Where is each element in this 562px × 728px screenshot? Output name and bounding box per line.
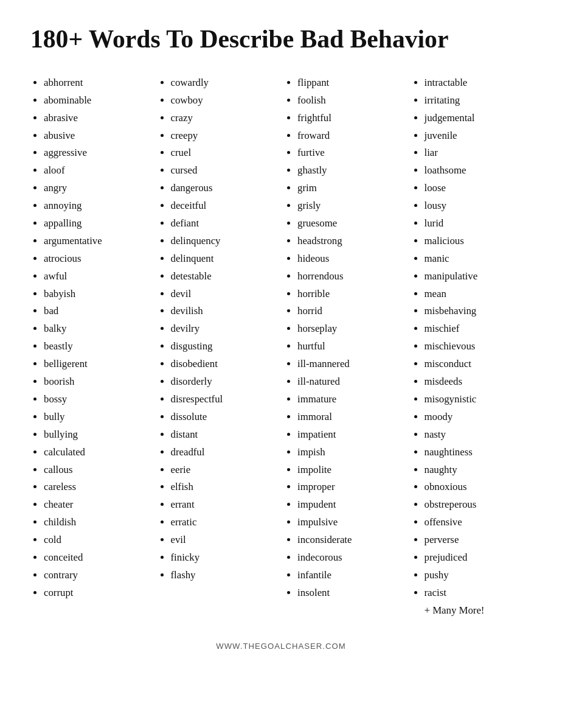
list-item: devilry (171, 320, 279, 338)
list-item: lurid (425, 215, 532, 233)
list-item: froward (297, 127, 405, 145)
word-column-2: cowardlycowboycrazycreepycruelcurseddang… (158, 74, 279, 584)
list-item: angry (44, 180, 151, 197)
list-item: cold (44, 531, 151, 549)
more-label: + Many More! (411, 602, 532, 620)
list-item: misogynistic (425, 391, 532, 408)
list-item: beastly (44, 338, 151, 355)
list-item: horrendous (297, 268, 405, 285)
list-item: impish (297, 444, 405, 461)
word-column-3: flippantfoolishfrightfulfrowardfurtivegh… (284, 74, 405, 602)
list-item: cruel (171, 144, 279, 162)
list-item: cheater (44, 496, 151, 514)
word-column-4: intractableirritatingjudgementaljuvenile… (411, 74, 532, 620)
list-item: obstreperous (425, 496, 532, 514)
list-item: disrespectful (171, 391, 279, 408)
list-item: bad (44, 303, 151, 320)
list-item: atrocious (44, 250, 151, 268)
list-item: impulsive (297, 514, 405, 531)
list-item: contrary (44, 567, 151, 584)
list-item: frightful (297, 110, 405, 127)
list-item: judgemental (425, 110, 532, 127)
list-item: mischief (425, 320, 532, 338)
list-item: calculated (44, 444, 151, 461)
list-item: babyish (44, 285, 151, 303)
list-item: impudent (297, 496, 405, 514)
list-item: ill-natured (297, 373, 405, 391)
page-title: 180+ Words To Describe Bad Behavior (30, 24, 532, 55)
list-item: deceitful (171, 197, 279, 215)
list-item: cowardly (171, 74, 279, 92)
list-item: horrible (297, 285, 405, 303)
list-item: manic (425, 250, 532, 268)
list-item: immoral (297, 408, 405, 426)
list-item: disorderly (171, 373, 279, 391)
list-item: misdeeds (425, 373, 532, 391)
list-item: impolite (297, 461, 405, 479)
list-item: nasty (425, 426, 532, 444)
list-item: bully (44, 408, 151, 426)
list-item: abusive (44, 127, 151, 145)
list-item: indecorous (297, 549, 405, 567)
list-item: disobedient (171, 355, 279, 373)
list-item: mischievous (425, 338, 532, 355)
list-item: appalling (44, 215, 151, 233)
list-item: foolish (297, 92, 405, 110)
list-item: hideous (297, 250, 405, 268)
list-item: naughtiness (425, 444, 532, 461)
list-item: abrasive (44, 110, 151, 127)
list-item: balky (44, 320, 151, 338)
list-item: disgusting (171, 338, 279, 355)
list-item: juvenile (425, 127, 532, 145)
list-item: dissolute (171, 408, 279, 426)
list-item: eerie (171, 461, 279, 479)
list-item: finicky (171, 549, 279, 567)
list-item: aloof (44, 162, 151, 180)
list-item: headstrong (297, 233, 405, 250)
list-item: distant (171, 426, 279, 444)
list-item: prejudiced (425, 549, 532, 567)
list-item: erratic (171, 514, 279, 531)
list-item: ghastly (297, 162, 405, 180)
list-item: irritating (425, 92, 532, 110)
list-item: flashy (171, 567, 279, 584)
list-item: abhorrent (44, 74, 151, 92)
list-item: flippant (297, 74, 405, 92)
list-item: devilish (171, 303, 279, 320)
list-item: mean (425, 285, 532, 303)
list-item: abominable (44, 92, 151, 110)
list-item: malicious (425, 233, 532, 250)
list-item: grim (297, 180, 405, 197)
list-item: bossy (44, 391, 151, 408)
list-item: offensive (425, 514, 532, 531)
list-item: improper (297, 478, 405, 496)
list-item: lousy (425, 197, 532, 215)
list-item: immature (297, 391, 405, 408)
list-item: belligerent (44, 355, 151, 373)
list-item: gruesome (297, 215, 405, 233)
list-item: defiant (171, 215, 279, 233)
list-item: misbehaving (425, 303, 532, 320)
list-item: creepy (171, 127, 279, 145)
list-item: crazy (171, 110, 279, 127)
list-item: conceited (44, 549, 151, 567)
list-item: intractable (425, 74, 532, 92)
list-item: furtive (297, 144, 405, 162)
list-item: elfish (171, 478, 279, 496)
list-item: cowboy (171, 92, 279, 110)
word-columns: abhorrentabominableabrasiveabusiveaggres… (30, 74, 532, 620)
list-item: delinquency (171, 233, 279, 250)
list-item: delinquent (171, 250, 279, 268)
list-item: horseplay (297, 320, 405, 338)
list-item: ill-mannered (297, 355, 405, 373)
list-item: grisly (297, 197, 405, 215)
list-item: impatient (297, 426, 405, 444)
list-item: hurtful (297, 338, 405, 355)
list-item: naughty (425, 461, 532, 479)
list-item: perverse (425, 531, 532, 549)
list-item: obnoxious (425, 478, 532, 496)
list-item: errant (171, 496, 279, 514)
footer-url: WWW.THEGOALCHASER.COM (30, 642, 532, 651)
list-item: childish (44, 514, 151, 531)
list-item: cursed (171, 162, 279, 180)
